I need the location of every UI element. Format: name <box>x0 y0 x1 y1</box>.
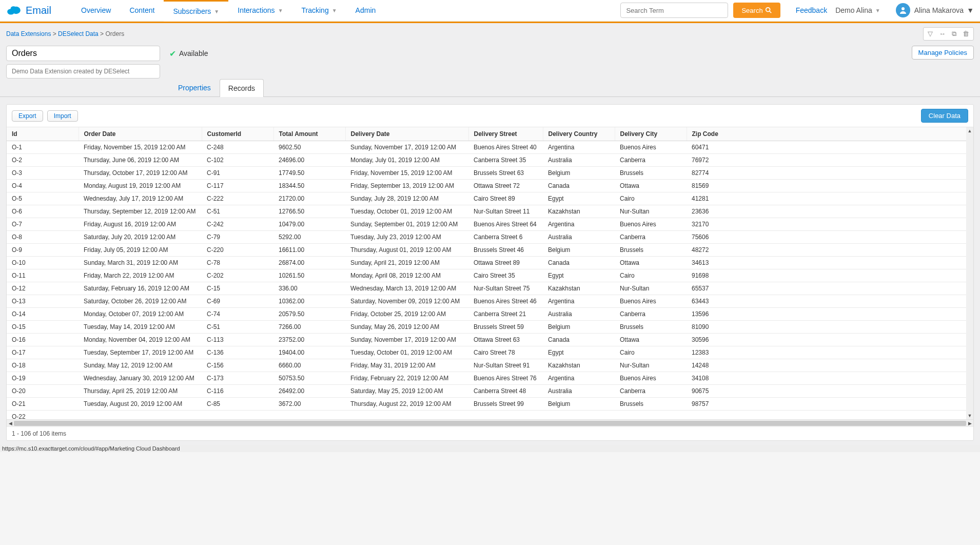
table-cell <box>345 411 468 420</box>
table-cell: Brussels Street 46 <box>468 244 543 257</box>
table-cell: Canberra Street 6 <box>468 231 543 244</box>
table-row[interactable]: O-3Thursday, October 17, 2019 12:00 AMC-… <box>7 167 973 180</box>
nav-tab-subscribers[interactable]: Subscribers▼ <box>164 0 228 22</box>
table-row[interactable]: O-14Monday, October 07, 2019 12:00 AMC-7… <box>7 308 973 321</box>
manage-policies-button[interactable]: Manage Policies <box>912 46 974 60</box>
table-cell <box>615 411 687 420</box>
user-profile-menu[interactable]: Alina Makarova ▼ <box>896 3 974 17</box>
chevron-down-icon: ▼ <box>214 9 219 14</box>
column-header[interactable]: Id <box>7 127 79 141</box>
table-cell: Kazakhstan <box>543 282 615 295</box>
table-cell: O-17 <box>7 346 79 359</box>
table-cell: 34613 <box>687 257 973 269</box>
table-row[interactable]: O-11Friday, March 22, 2019 12:00 AMC-202… <box>7 269 973 282</box>
account-menu[interactable]: Demo Alina ▼ <box>835 6 880 14</box>
table-row[interactable]: O-19Wednesday, January 30, 2019 12:00 AM… <box>7 372 973 385</box>
column-header[interactable]: Total Amount <box>273 127 345 141</box>
table-cell: 23752.00 <box>273 334 345 346</box>
table-row[interactable]: O-9Friday, July 05, 2019 12:00 AMC-22016… <box>7 244 973 257</box>
import-button[interactable]: Import <box>47 110 78 122</box>
table-cell: Canada <box>543 257 615 269</box>
horizontal-scrollbar[interactable]: ◀ ▶ <box>7 419 973 426</box>
table-row[interactable]: O-12Saturday, February 16, 2019 12:00 AM… <box>7 282 973 295</box>
nav-tab-content[interactable]: Content <box>120 0 164 21</box>
clear-data-button[interactable]: Clear Data <box>921 109 968 123</box>
table-row[interactable]: O-16Monday, November 04, 2019 12:00 AMC-… <box>7 334 973 346</box>
table-row[interactable]: O-10Sunday, March 31, 2019 12:00 AMC-782… <box>7 257 973 269</box>
table-cell: 48272 <box>687 244 973 257</box>
nav-tab-tracking[interactable]: Tracking▼ <box>292 0 346 21</box>
nav-tab-admin[interactable]: Admin <box>346 0 385 21</box>
extension-description-input[interactable] <box>6 64 160 79</box>
vertical-scrollbar[interactable]: ▲ ▼ <box>966 127 973 419</box>
table-cell: O-16 <box>7 334 79 346</box>
table-cell: O-22 <box>7 411 79 420</box>
scroll-left-icon[interactable]: ◀ <box>7 420 14 427</box>
scroll-thumb[interactable] <box>14 421 966 426</box>
column-header[interactable]: Delivery Country <box>543 127 615 141</box>
filter-icon[interactable]: ▽ <box>926 29 935 39</box>
table-cell <box>273 411 345 420</box>
trash-icon[interactable]: 🗑 <box>961 29 971 39</box>
extension-name-input[interactable] <box>6 46 160 61</box>
breadcrumb-link[interactable]: Data Extensions <box>6 30 51 37</box>
table-row[interactable]: O-4Monday, August 19, 2019 12:00 AMC-117… <box>7 180 973 192</box>
table-row[interactable]: O-22 <box>7 411 973 420</box>
table-cell: Nur-Sultan Street 75 <box>468 282 543 295</box>
column-header[interactable]: Delivery Date <box>345 127 468 141</box>
table-cell: 50753.50 <box>273 372 345 385</box>
table-row[interactable]: O-18Sunday, May 12, 2019 12:00 AMC-15666… <box>7 359 973 372</box>
column-header[interactable]: Zip Code <box>687 127 973 141</box>
table-cell: Nur-Sultan <box>615 282 687 295</box>
search-input[interactable] <box>620 3 728 18</box>
table-cell: C-242 <box>202 218 273 231</box>
move-icon[interactable]: ↔ <box>937 29 948 39</box>
table-cell: Friday, May 31, 2019 12:00 AM <box>345 359 468 372</box>
table-cell: 76972 <box>687 154 973 167</box>
feedback-link[interactable]: Feedback <box>796 6 827 14</box>
column-header[interactable]: Order Date <box>79 127 202 141</box>
table-row[interactable]: O-15Tuesday, May 14, 2019 12:00 AMC-5172… <box>7 321 973 334</box>
copy-icon[interactable]: ⧉ <box>950 29 958 39</box>
table-scroll-area[interactable]: IdOrder DateCustomerIdTotal AmountDelive… <box>7 127 973 419</box>
nav-tab-overview[interactable]: Overview <box>72 0 120 21</box>
svg-point-5 <box>901 7 905 10</box>
table-row[interactable]: O-1Friday, November 15, 2019 12:00 AMC-2… <box>7 141 973 154</box>
search-button[interactable]: Search <box>733 3 780 18</box>
table-row[interactable]: O-5Wednesday, July 17, 2019 12:00 AMC-22… <box>7 192 973 205</box>
column-header[interactable]: Delivery City <box>615 127 687 141</box>
table-cell: Monday, November 04, 2019 12:00 AM <box>79 334 202 346</box>
table-cell: 26874.00 <box>273 257 345 269</box>
scroll-right-icon[interactable]: ▶ <box>966 420 973 427</box>
table-cell: Belgium <box>543 167 615 180</box>
table-row[interactable]: O-21Tuesday, August 20, 2019 12:00 AMC-8… <box>7 398 973 411</box>
browser-status-bar: https://mc.s10.exacttarget.com/cloud/#ap… <box>0 445 980 452</box>
export-button[interactable]: Export <box>12 110 43 122</box>
scroll-down-icon[interactable]: ▼ <box>966 412 973 419</box>
table-row[interactable]: O-13Saturday, October 26, 2019 12:00 AMC… <box>7 295 973 308</box>
table-row[interactable]: O-6Thursday, September 12, 2019 12:00 AM… <box>7 205 973 218</box>
de-header: ✔ Available Manage Policies <box>0 43 980 79</box>
table-cell: O-3 <box>7 167 79 180</box>
table-cell: Brussels <box>615 167 687 180</box>
table-row[interactable]: O-7Friday, August 16, 2019 12:00 AMC-242… <box>7 218 973 231</box>
table-cell: Cairo <box>615 192 687 205</box>
table-row[interactable]: O-8Saturday, July 20, 2019 12:00 AMC-795… <box>7 231 973 244</box>
column-header[interactable]: Delivery Street <box>468 127 543 141</box>
table-row[interactable]: O-2Thursday, June 06, 2019 12:00 AMC-102… <box>7 154 973 167</box>
scroll-up-icon[interactable]: ▲ <box>966 127 973 134</box>
table-cell: Australia <box>543 385 615 398</box>
table-row[interactable]: O-20Thursday, April 25, 2019 12:00 AMC-1… <box>7 385 973 398</box>
tab-properties[interactable]: Properties <box>169 79 220 96</box>
nav-tab-interactions[interactable]: Interactions▼ <box>228 0 292 21</box>
column-header[interactable]: CustomerId <box>202 127 273 141</box>
table-cell: Canada <box>543 334 615 346</box>
breadcrumb-link[interactable]: DESelect Data <box>58 30 99 37</box>
table-row[interactable]: O-17Tuesday, September 17, 2019 12:00 AM… <box>7 346 973 359</box>
table-cell: Argentina <box>543 141 615 154</box>
table-cell: Ottawa <box>615 180 687 192</box>
table-cell: Saturday, February 16, 2019 12:00 AM <box>79 282 202 295</box>
nav-tab-label: Content <box>129 6 154 14</box>
table-cell: Buenos Aires Street 64 <box>468 218 543 231</box>
tab-records[interactable]: Records <box>220 79 264 97</box>
